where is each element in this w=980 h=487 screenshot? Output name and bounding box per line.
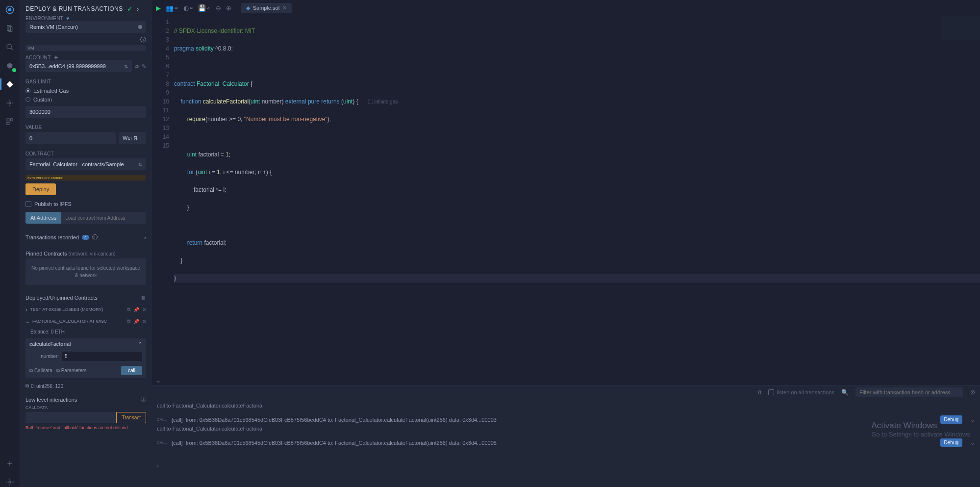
publish-ipfs-checkbox[interactable]: Publish to IPFS (20, 199, 152, 212)
balance: Balance: 0 ETH (20, 327, 152, 336)
search-icon[interactable] (5, 42, 15, 52)
remix-logo-icon[interactable] (5, 5, 15, 15)
panel-title: DEPLOY & RUN TRANSACTIONS (25, 5, 123, 12)
debug-button[interactable]: Debug (940, 415, 962, 424)
env-label: ENVIRONMENT (25, 16, 63, 21)
copy-icon[interactable]: ⧉ (135, 63, 139, 70)
account-select[interactable]: 0x5B3...eddC4 (99.9999999999 ⇅ (25, 60, 132, 72)
run-icon[interactable]: ▶ (156, 4, 161, 12)
zoom-out-icon[interactable]: ⊖ (216, 4, 221, 12)
info-icon[interactable]: ⓘ (92, 233, 98, 241)
panel-header: DEPLOY & RUN TRANSACTIONS ✓ › (20, 0, 152, 16)
zoom-in-icon[interactable]: ⊕ (226, 4, 231, 12)
value-unit-select[interactable]: Wei ⇅ (119, 132, 146, 144)
env-select[interactable]: Remix VM (Cancun) (25, 21, 146, 33)
network-dot-icon (138, 25, 142, 29)
param-label: number: (29, 354, 59, 359)
code-editor[interactable]: 123456789101112131415 // SPDX-License-Id… (152, 16, 980, 376)
deployed-header: Deployed/Unpinned Contracts 🗑 (20, 290, 152, 304)
contract-select[interactable]: Factorial_Calculator - contracts/Sample … (25, 158, 146, 170)
env-info-icon[interactable]: ⓘ (140, 36, 146, 44)
contract-item-2[interactable]: ⌄ FACTORIAL_CALCULATOR AT 0X9C ⧉ 📌 ✕ (20, 315, 152, 327)
chevron-right-icon[interactable]: › (25, 307, 27, 312)
calldata-toggle[interactable]: ⧉ Calldata (29, 368, 52, 374)
parameters-toggle[interactable]: ⧉ Parameters (56, 368, 87, 374)
editor-tab[interactable]: ◆ Sample.sol ✕ (241, 3, 292, 13)
debug-button[interactable]: Debug (940, 438, 962, 447)
trash-icon[interactable]: 🗑 (141, 295, 146, 301)
svg-line-5 (11, 48, 13, 50)
pin-icon[interactable]: 📌 (133, 319, 139, 324)
value-label: VALUE (20, 122, 152, 132)
gas-estimated-radio[interactable]: Estimated Gas (20, 86, 152, 95)
gas-custom-radio[interactable]: Custom (20, 95, 152, 104)
copy-icon[interactable]: ⧉ (127, 318, 130, 324)
svg-rect-14 (10, 119, 13, 121)
close-icon[interactable]: ✕ (142, 319, 146, 324)
function-result: ⧉ 0: uint256: 120 (20, 380, 152, 392)
chevron-right-icon[interactable]: › (137, 5, 139, 13)
plugin-icon[interactable] (5, 117, 15, 127)
svg-point-4 (7, 44, 11, 49)
settings-icon[interactable] (5, 477, 15, 487)
copy-icon[interactable]: ⧉ (127, 307, 130, 312)
icon-sidebar (0, 0, 20, 487)
chevron-down-icon[interactable]: ⌄ (970, 439, 975, 446)
chevron-down-icon[interactable]: ⌄ (970, 416, 975, 423)
file-explorer-icon[interactable] (5, 24, 15, 33)
vm-badge: VM (25, 45, 146, 51)
toggle-icon[interactable]: ◐AI (183, 4, 194, 12)
svg-point-8 (9, 102, 11, 104)
edit-icon[interactable]: ✎ (142, 63, 146, 70)
minimap[interactable] (941, 16, 980, 40)
deploy-button[interactable]: Deploy (25, 183, 56, 195)
editor-toolbar: ▶ 👥AI ◐AI 💾AI ⊖ ⊕ ◆ Sample.sol ✕ (152, 0, 980, 16)
line-gutter: 123456789101112131415 (152, 16, 174, 376)
deploy-icon[interactable] (5, 79, 15, 89)
terminal-bar: 0 listen on all transactions 🔍 ⊘ (152, 385, 980, 399)
terminal[interactable]: call to Factorial_Calculator.calculateFa… (152, 399, 980, 487)
close-icon[interactable]: ✕ (142, 307, 146, 312)
listen-checkbox[interactable]: listen on all transactions (768, 389, 834, 395)
check-icon: ✓ (127, 5, 133, 13)
users-icon[interactable]: 👥AI (166, 4, 178, 12)
at-address-input[interactable] (61, 212, 146, 224)
chevron-down-icon[interactable]: ⌄ (25, 319, 29, 324)
search-icon[interactable]: 🔍 (841, 389, 849, 396)
chevron-right-icon[interactable]: › (144, 234, 146, 240)
copy-icon[interactable]: ⧉ (25, 383, 29, 389)
env-help-icon[interactable]: ♥ (66, 16, 69, 21)
gas-input[interactable] (25, 106, 146, 118)
tx-recorded-row[interactable]: Transactions recorded 4 ⓘ › (20, 229, 152, 246)
compiler-icon[interactable] (5, 61, 15, 71)
terminal-filter-input[interactable] (855, 387, 963, 397)
pin-icon[interactable]: 📌 (133, 307, 139, 312)
function-header[interactable]: calculateFactorial ⌃ (25, 338, 146, 350)
account-label: ACCOUNT (25, 55, 51, 60)
value-input[interactable] (25, 132, 116, 144)
pending-count: 0 (758, 389, 761, 395)
debugger-icon[interactable] (5, 98, 15, 108)
plugin-manager-icon[interactable] (5, 459, 15, 468)
account-plus-icon[interactable]: ✚ (54, 55, 58, 60)
solidity-icon: ◆ (246, 5, 250, 11)
code-content[interactable]: // SPDX-License-Identifier: MIT pragma s… (174, 16, 980, 376)
pinned-header: Pinned Contracts (network: vm-cancun) (20, 246, 152, 258)
save-icon[interactable]: 💾AI (198, 4, 211, 12)
contract-item-1[interactable]: › TEST AT 0X358...D5EE3 (MEMORY) ⧉ 📌 ✕ (20, 304, 152, 315)
terminal-prompt[interactable]: › (157, 448, 975, 468)
clear-icon[interactable]: ⊘ (970, 389, 975, 396)
svg-rect-13 (7, 119, 9, 121)
transact-button[interactable]: Transact (116, 412, 146, 423)
close-icon[interactable]: ✕ (282, 5, 287, 11)
param-input[interactable] (62, 352, 142, 361)
terminal-toggle[interactable]: ⌄ (152, 376, 980, 385)
svg-point-1 (8, 8, 12, 12)
calldata-input[interactable] (25, 412, 116, 423)
call-button[interactable]: call (121, 366, 142, 375)
info-icon[interactable]: ⓘ (141, 396, 146, 403)
warning-text: Both 'receive' and 'fallback' functions … (25, 423, 146, 432)
evm-version-tag: evm version: cancun (25, 175, 146, 180)
chevron-up-icon[interactable]: ⌃ (138, 341, 142, 347)
at-address-button[interactable]: At Address (25, 212, 61, 224)
